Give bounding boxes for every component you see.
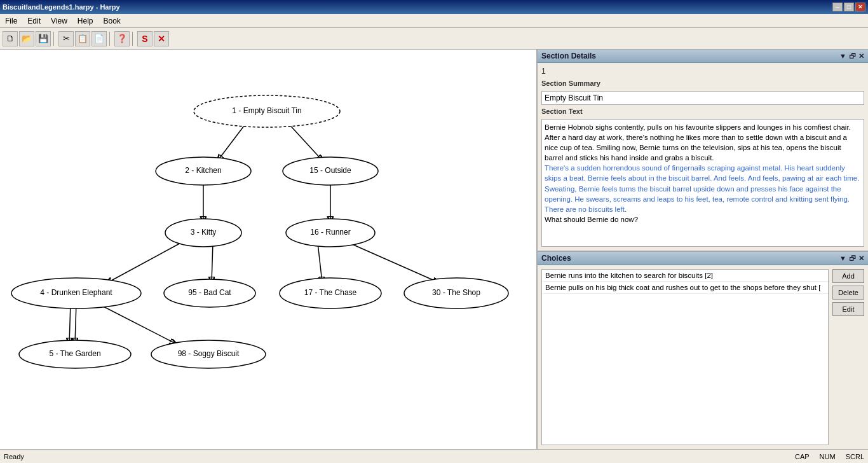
toolbar: 🗋 📂 💾 ✂ 📋 📄 ❓ S ✕	[0, 28, 868, 50]
new-button[interactable]: 🗋	[3, 31, 18, 46]
section-number: 1	[541, 67, 864, 76]
title: BiscuitlandLegends1.harpy - Harpy	[3, 3, 120, 11]
save-button[interactable]: 💾	[36, 31, 51, 46]
svg-text:98 - Soggy Biscuit: 98 - Soggy Biscuit	[178, 349, 240, 358]
paste-button[interactable]: 📄	[92, 31, 107, 46]
svg-line-10	[98, 304, 175, 343]
close-button[interactable]: ✕	[855, 3, 865, 11]
svg-line-6	[318, 243, 322, 282]
svg-text:4 - Drunken Elephant: 4 - Drunken Elephant	[40, 288, 112, 297]
choices-pin-icon[interactable]: ▼	[839, 254, 846, 263]
choices-close-icon[interactable]: ✕	[858, 254, 864, 263]
menu-help[interactable]: Help	[72, 15, 98, 27]
minimize-button[interactable]: ─	[832, 3, 843, 11]
menu-view[interactable]: View	[46, 15, 72, 27]
choice-item-1[interactable]: Bernie runs into the kitchen to search f…	[542, 270, 828, 282]
choices-header: Choices ▼ 🗗 ✕	[538, 252, 868, 265]
svg-line-7	[346, 242, 438, 282]
open-button[interactable]: 📂	[19, 31, 34, 46]
svg-text:16 - Runner: 16 - Runner	[310, 228, 350, 237]
maximize-button[interactable]: □	[844, 3, 854, 11]
toolbar-sep-1	[53, 32, 56, 46]
titlebar-controls: ─ □ ✕	[832, 3, 865, 11]
section-summary-label: Section Summary	[541, 79, 864, 87]
section-details-header: Section Details ▼ 🗗 ✕	[538, 50, 868, 63]
menu-book[interactable]: Book	[98, 15, 126, 27]
delete-button[interactable]: Delete	[832, 286, 864, 300]
titlebar: BiscuitlandLegends1.harpy - Harpy ─ □ ✕	[0, 0, 868, 14]
choices-panel: Choices ▼ 🗗 ✕ Bernie runs into the kitch…	[538, 252, 868, 449]
svg-text:15 - Outside: 15 - Outside	[309, 166, 351, 175]
close-panel-icon[interactable]: ✕	[858, 52, 864, 60]
choices-float-icon[interactable]: 🗗	[849, 254, 856, 263]
section-details-controls: ▼ 🗗 ✕	[839, 52, 864, 60]
section-details-panel: Section Details ▼ 🗗 ✕ 1 Section Summary …	[538, 50, 868, 252]
svg-text:95 - Bad Cat: 95 - Bad Cat	[188, 288, 231, 297]
edit-button[interactable]: Edit	[832, 302, 864, 316]
graph-svg: 1 - Empty Biscuit Tin 2 - Kitchen 15 - O…	[0, 50, 536, 449]
section-summary-input[interactable]	[541, 91, 864, 105]
status-indicators: CAP NUM SCRL	[795, 453, 864, 460]
section-details-body: 1 Section Summary Section Text Bernie Ho…	[538, 63, 868, 251]
statusbar: Ready CAP NUM SCRL	[0, 449, 868, 463]
svg-text:30 - The Shop: 30 - The Shop	[432, 288, 480, 297]
svg-text:3 - Kitty: 3 - Kitty	[191, 228, 217, 237]
svg-line-4	[107, 242, 183, 283]
help-button[interactable]: ❓	[114, 31, 130, 46]
float-icon[interactable]: 🗗	[849, 52, 856, 60]
section-text-label: Section Text	[541, 107, 864, 115]
svg-line-9	[75, 303, 76, 343]
right-panel: Section Details ▼ 🗗 ✕ 1 Section Summary …	[538, 50, 868, 449]
cap-indicator: CAP	[795, 453, 810, 460]
toolbar-sep-3	[132, 32, 135, 46]
choices-controls: ▼ 🗗 ✕	[839, 254, 864, 263]
redo-button[interactable]: ✕	[154, 31, 169, 46]
menubar: File Edit View Help Book	[0, 14, 868, 28]
svg-line-5	[212, 243, 213, 282]
undo-button[interactable]: S	[137, 31, 153, 46]
choices-list[interactable]: Bernie runs into the kitchen to search f…	[541, 269, 829, 445]
svg-line-1	[286, 121, 322, 160]
num-indicator: NUM	[820, 453, 836, 460]
svg-text:5 - The Garden: 5 - The Garden	[49, 349, 100, 358]
choices-body: Bernie runs into the kitchen to search f…	[538, 265, 868, 449]
cut-button[interactable]: ✂	[58, 31, 74, 46]
svg-text:2 - Kitchen: 2 - Kitchen	[185, 166, 221, 175]
svg-text:1 - Empty Biscuit Tin: 1 - Empty Biscuit Tin	[232, 106, 301, 115]
main: 1 - Empty Biscuit Tin 2 - Kitchen 15 - O…	[0, 50, 868, 449]
section-details-title: Section Details	[541, 52, 596, 60]
menu-file[interactable]: File	[0, 15, 22, 27]
menu-edit[interactable]: Edit	[22, 15, 46, 27]
svg-line-8	[69, 303, 71, 343]
copy-button[interactable]: 📋	[75, 31, 90, 46]
choices-buttons: Add Delete Edit	[832, 269, 864, 445]
toolbar-sep-2	[109, 32, 112, 46]
graph-canvas[interactable]: 1 - Empty Biscuit Tin 2 - Kitchen 15 - O…	[0, 50, 538, 449]
choices-title: Choices	[541, 254, 571, 263]
pin-icon[interactable]: ▼	[839, 52, 846, 60]
section-text-area[interactable]: Bernie Hobnob sighs contently, pulls on …	[541, 119, 864, 247]
svg-text:17 - The Chase: 17 - The Chase	[304, 288, 357, 297]
choice-item-2[interactable]: Bernie pulls on his big thick coat and r…	[542, 282, 828, 294]
svg-line-0	[218, 121, 248, 160]
scrl-indicator: SCRL	[846, 453, 864, 460]
add-button[interactable]: Add	[832, 269, 864, 283]
status-text: Ready	[4, 453, 24, 460]
